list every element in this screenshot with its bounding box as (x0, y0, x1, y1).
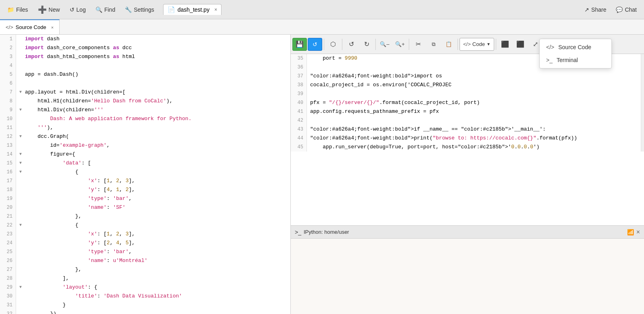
source-code-tab[interactable]: </> Source Code × (0, 19, 60, 34)
dropdown-source-code[interactable]: </> Source Code (540, 41, 611, 54)
fold-arrow[interactable] (19, 114, 25, 123)
terminal-content[interactable] (291, 239, 644, 314)
new-button[interactable]: ➕ New (34, 4, 64, 16)
timetravel-button[interactable]: ↺ (308, 38, 322, 51)
fold-arrow[interactable]: ▼ (19, 159, 25, 168)
fold-arrow[interactable] (19, 194, 25, 203)
fold-arrow[interactable] (19, 35, 25, 44)
redo-button[interactable]: ↻ (359, 38, 374, 51)
terminal-menu-icon: >_ (546, 57, 553, 63)
toolbar-sep-2 (342, 39, 342, 50)
source-code-icon: </> (6, 24, 13, 30)
code-line: }, (19, 212, 290, 221)
code-line: "color:#a626a4;font-weight:bold">print("… (310, 134, 641, 143)
line-number: 15 (2, 159, 12, 168)
terminal-close-button[interactable]: × (636, 229, 640, 236)
line-number: 24 (2, 239, 12, 247)
fold-arrow[interactable] (19, 239, 25, 247)
line-number: 16 (2, 168, 12, 177)
fold-arrow[interactable] (19, 265, 25, 274)
zoom-out-icon: 🔍– (380, 41, 389, 47)
fold-arrow[interactable]: ▼ (19, 106, 25, 114)
line-number: 28 (2, 274, 12, 283)
code-line: html.H1(children='Hello Dash from CoCalc… (19, 97, 290, 106)
fold-arrow[interactable] (19, 212, 25, 221)
fold-arrow[interactable] (19, 141, 25, 150)
network-icon: ⬡ (330, 40, 336, 48)
left-code-area[interactable]: 1234567891011121314151617181920212223242… (0, 35, 290, 314)
zoom-in-button[interactable]: 🔍+ (393, 38, 407, 51)
chat-button[interactable]: 💬 Chat (612, 5, 641, 15)
source-code-tab-close[interactable]: × (51, 25, 54, 30)
right-line-numbers: 3536373839404142434445 (291, 54, 307, 152)
split-horizontal-button[interactable]: ⬛ (498, 38, 512, 51)
code-dropdown[interactable]: </> Code ▼ (460, 38, 494, 51)
fold-arrow[interactable] (19, 44, 25, 52)
files-label: Files (16, 6, 28, 13)
main-area: 1234567891011121314151617181920212223242… (0, 35, 644, 314)
line-number: 18 (2, 185, 12, 194)
file-tab[interactable]: 📄 dash_test.py × (163, 4, 222, 15)
code-line: 'type': 'bar', (19, 247, 290, 256)
fold-arrow[interactable] (19, 185, 25, 194)
fold-arrow[interactable]: ▼ (19, 168, 25, 177)
fold-arrow[interactable] (19, 247, 25, 256)
network-button[interactable]: ⬡ (326, 38, 340, 51)
fold-arrow[interactable] (19, 310, 25, 314)
file-tab-close[interactable]: × (214, 7, 217, 12)
fold-arrow[interactable]: ▼ (19, 132, 25, 141)
code-line (19, 61, 290, 70)
toolbar-sep-4 (409, 39, 409, 50)
code-line: ], (19, 274, 290, 283)
code-line: 'type': 'bar', (19, 194, 290, 203)
fold-arrow[interactable] (19, 230, 25, 239)
source-code-tab-label: Source Code (16, 24, 46, 30)
fold-arrow[interactable]: ▼ (19, 150, 25, 159)
fold-arrow[interactable]: ▼ (19, 221, 25, 230)
fold-arrow[interactable]: ▼ (19, 283, 25, 292)
find-button[interactable]: 🔍 Find (91, 5, 119, 15)
fold-arrow[interactable] (19, 256, 25, 265)
dropdown-terminal[interactable]: >_ Terminal (540, 54, 611, 67)
tabbar: </> Source Code × (0, 19, 644, 35)
undo-button[interactable]: ↺ (344, 38, 358, 51)
topbar: 📁 Files ➕ New ↺ Log 🔍 Find 🔧 Settings 📄 … (0, 0, 644, 19)
line-number: 23 (2, 230, 12, 239)
split-vertical-button[interactable]: ⬛ (513, 38, 528, 51)
fold-arrow[interactable] (19, 70, 25, 79)
fold-arrow[interactable] (19, 79, 25, 88)
fold-arrow[interactable] (19, 61, 25, 70)
fold-arrow[interactable]: ▼ (19, 88, 25, 97)
share-button[interactable]: ↗ Share (580, 5, 610, 15)
copy-button[interactable]: ⧉ (426, 38, 441, 51)
fold-arrow[interactable] (19, 274, 25, 283)
new-label: New (49, 6, 60, 13)
fold-arrow[interactable] (19, 52, 25, 61)
paste-button[interactable]: 📋 (441, 38, 456, 51)
zoom-out-button[interactable]: 🔍– (377, 38, 392, 51)
fold-arrow[interactable] (19, 97, 25, 106)
line-number: 11 (2, 123, 12, 132)
fold-arrow[interactable] (19, 123, 25, 132)
log-button[interactable]: ↺ Log (66, 5, 90, 15)
files-button[interactable]: 📁 Files (3, 5, 32, 15)
code-line: ▼ { (19, 168, 290, 177)
terminal-titlebar: >_ IPython: home/user 📶 × (291, 226, 644, 239)
code-line: 'x': [1, 2, 3], (19, 230, 290, 239)
wifi-icon: 📶 (627, 229, 634, 235)
cut-button[interactable]: ✂ (411, 38, 425, 51)
fold-arrow[interactable] (19, 177, 25, 185)
chevron-down-icon: ▼ (487, 42, 491, 46)
line-number: 36 (294, 63, 303, 72)
file-tab-name: dash_test.py (178, 6, 209, 13)
save-button[interactable]: 💾 (292, 38, 307, 51)
settings-button[interactable]: 🔧 Settings (121, 5, 158, 15)
fold-arrow[interactable] (19, 292, 25, 301)
redo-icon: ↻ (364, 40, 369, 48)
fold-arrow[interactable] (19, 301, 25, 310)
right-code-area[interactable]: 3536373839404142434445 port = 9990 "colo… (291, 54, 644, 225)
line-number: 21 (2, 212, 12, 221)
line-number: 37 (294, 72, 303, 81)
line-number: 29 (2, 283, 12, 292)
fold-arrow[interactable] (19, 203, 25, 212)
